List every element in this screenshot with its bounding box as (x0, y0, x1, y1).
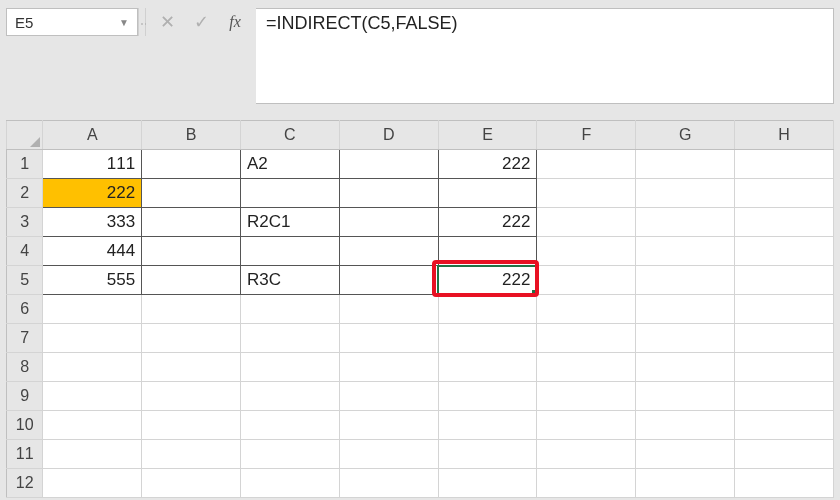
cell-E11[interactable] (438, 440, 537, 469)
cell-C3[interactable]: R2C1 (240, 208, 339, 237)
row-header-4[interactable]: 4 (7, 237, 43, 266)
cell-A1[interactable]: 111 (43, 150, 142, 179)
row-header-5[interactable]: 5 (7, 266, 43, 295)
cell-A5[interactable]: 555 (43, 266, 142, 295)
cell-H4[interactable] (735, 237, 834, 266)
cell-B11[interactable] (142, 440, 241, 469)
cell-C11[interactable] (240, 440, 339, 469)
cell-F3[interactable] (537, 208, 636, 237)
cell-C5[interactable]: R3C (240, 266, 339, 295)
name-box[interactable]: E5 ▼ (6, 8, 138, 36)
col-header-E[interactable]: E (438, 121, 537, 150)
cancel-formula-button[interactable]: ✕ (150, 8, 184, 36)
cell-D6[interactable] (339, 295, 438, 324)
cell-E1[interactable]: 222 (438, 150, 537, 179)
cell-E2[interactable] (438, 179, 537, 208)
row-header-7[interactable]: 7 (7, 324, 43, 353)
cell-B8[interactable] (142, 353, 241, 382)
cell-G8[interactable] (636, 353, 735, 382)
row-header-2[interactable]: 2 (7, 179, 43, 208)
col-header-C[interactable]: C (240, 121, 339, 150)
col-header-B[interactable]: B (142, 121, 241, 150)
cell-E8[interactable] (438, 353, 537, 382)
cell-C8[interactable] (240, 353, 339, 382)
cell-C7[interactable] (240, 324, 339, 353)
cell-G11[interactable] (636, 440, 735, 469)
cell-G5[interactable] (636, 266, 735, 295)
cell-D1[interactable] (339, 150, 438, 179)
cell-E10[interactable] (438, 411, 537, 440)
cell-B7[interactable] (142, 324, 241, 353)
row-header-3[interactable]: 3 (7, 208, 43, 237)
cell-E4[interactable] (438, 237, 537, 266)
cell-A7[interactable] (43, 324, 142, 353)
cell-F11[interactable] (537, 440, 636, 469)
cell-B12[interactable] (142, 469, 241, 498)
cell-D5[interactable] (339, 266, 438, 295)
cell-B9[interactable] (142, 382, 241, 411)
name-box-dropdown-icon[interactable]: ▼ (119, 17, 129, 28)
cell-G2[interactable] (636, 179, 735, 208)
cell-B1[interactable] (142, 150, 241, 179)
cell-G12[interactable] (636, 469, 735, 498)
cell-F7[interactable] (537, 324, 636, 353)
cell-F12[interactable] (537, 469, 636, 498)
cell-F5[interactable] (537, 266, 636, 295)
cell-G1[interactable] (636, 150, 735, 179)
row-header-6[interactable]: 6 (7, 295, 43, 324)
spreadsheet-grid[interactable]: A B C D E F G H 1 111 A2 222 (6, 120, 834, 494)
cell-G7[interactable] (636, 324, 735, 353)
cell-F4[interactable] (537, 237, 636, 266)
cell-D10[interactable] (339, 411, 438, 440)
cell-B6[interactable] (142, 295, 241, 324)
cell-A8[interactable] (43, 353, 142, 382)
select-all-corner[interactable] (7, 121, 43, 150)
cell-H3[interactable] (735, 208, 834, 237)
cell-F10[interactable] (537, 411, 636, 440)
row-header-11[interactable]: 11 (7, 440, 43, 469)
cell-A2[interactable]: 222 (43, 179, 142, 208)
cell-H8[interactable] (735, 353, 834, 382)
cell-F9[interactable] (537, 382, 636, 411)
cell-D12[interactable] (339, 469, 438, 498)
cell-B2[interactable] (142, 179, 241, 208)
cell-A3[interactable]: 333 (43, 208, 142, 237)
cell-G9[interactable] (636, 382, 735, 411)
cell-B4[interactable] (142, 237, 241, 266)
cell-H6[interactable] (735, 295, 834, 324)
cell-D2[interactable] (339, 179, 438, 208)
cell-A11[interactable] (43, 440, 142, 469)
cell-A9[interactable] (43, 382, 142, 411)
enter-formula-button[interactable]: ✓ (184, 8, 218, 36)
col-header-D[interactable]: D (339, 121, 438, 150)
cell-A10[interactable] (43, 411, 142, 440)
cell-G10[interactable] (636, 411, 735, 440)
cell-H7[interactable] (735, 324, 834, 353)
cell-A4[interactable]: 444 (43, 237, 142, 266)
cell-H1[interactable] (735, 150, 834, 179)
cell-H9[interactable] (735, 382, 834, 411)
cell-C2[interactable] (240, 179, 339, 208)
cell-C9[interactable] (240, 382, 339, 411)
cell-E12[interactable] (438, 469, 537, 498)
cell-C1[interactable]: A2 (240, 150, 339, 179)
cell-A12[interactable] (43, 469, 142, 498)
cell-H2[interactable] (735, 179, 834, 208)
cell-C12[interactable] (240, 469, 339, 498)
row-header-1[interactable]: 1 (7, 150, 43, 179)
cell-A6[interactable] (43, 295, 142, 324)
insert-function-button[interactable]: fx (218, 8, 252, 36)
col-header-A[interactable]: A (43, 121, 142, 150)
cell-E6[interactable] (438, 295, 537, 324)
cell-F2[interactable] (537, 179, 636, 208)
cell-H10[interactable] (735, 411, 834, 440)
cell-D11[interactable] (339, 440, 438, 469)
cell-E9[interactable] (438, 382, 537, 411)
cell-D9[interactable] (339, 382, 438, 411)
cell-E7[interactable] (438, 324, 537, 353)
row-header-9[interactable]: 9 (7, 382, 43, 411)
row-header-12[interactable]: 12 (7, 469, 43, 498)
cell-C4[interactable] (240, 237, 339, 266)
cell-F1[interactable] (537, 150, 636, 179)
cell-H5[interactable] (735, 266, 834, 295)
